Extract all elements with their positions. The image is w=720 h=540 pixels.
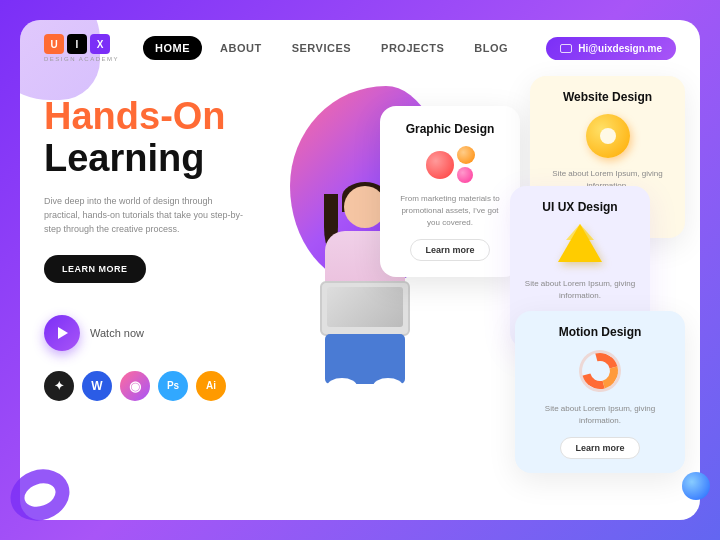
tool-figma: ✦ [44,371,74,401]
logo-subtitle: DESIGN ACADEMY [44,56,119,62]
play-triangle-icon [58,327,68,339]
email-label: Hi@uixdesign.me [578,43,662,54]
uiux-icon-area [524,224,636,268]
graphic-icon-area [396,146,504,183]
tool-photoshop: Ps [158,371,188,401]
watch-now-row: Watch now [44,315,284,351]
hero-description: Dive deep into the world of design throu… [44,194,244,237]
card-graphic-title: Graphic Design [396,122,504,136]
logo-letters: U I X [44,34,119,54]
nav-home[interactable]: HOME [143,36,202,60]
tool-icons-row: ✦ W ◉ Ps Ai [44,371,284,401]
ball-red [426,151,454,179]
main-card: U I X DESIGN ACADEMY HOME ABOUT SERVICES… [20,20,700,520]
logo-i: I [67,34,87,54]
card-website-title: Website Design [544,90,671,104]
hero-title-line1: Hands-On [44,96,284,138]
website-icon-area [544,114,671,158]
sneaker-left [327,378,357,392]
hero-title-line2: Learning [44,138,284,180]
blue-sphere-decoration [682,472,710,500]
card-motion-learn-btn[interactable]: Learn more [560,437,640,459]
donut-icon [586,114,630,158]
card-graphic-learn-btn[interactable]: Learn more [410,239,490,261]
nav-links: HOME ABOUT SERVICES PROJECTS BLOG [143,36,546,60]
card-motion-title: Motion Design [529,325,671,339]
hero-left: Hands-On Learning Dive deep into the wor… [44,76,284,456]
watch-label: Watch now [90,327,144,339]
card-uiux-title: UI UX Design [524,200,636,214]
tool-gradient: ◉ [120,371,150,401]
learn-more-button[interactable]: LEARN MORE [44,255,146,283]
nav-services[interactable]: SERVICES [280,36,363,60]
nav-about[interactable]: ABOUT [208,36,274,60]
tool-word: W [82,371,112,401]
email-button[interactable]: Hi@uixdesign.me [546,37,676,60]
crystal-shape [558,224,602,262]
nav-blog[interactable]: BLOG [462,36,520,60]
spring-icon [578,349,622,393]
card-graphic-desc: From marketing materials to promotional … [396,193,504,229]
hero-section: Hands-On Learning Dive deep into the wor… [20,76,700,456]
ball-pink [457,167,473,183]
logo-x: X [90,34,110,54]
logo: U I X DESIGN ACADEMY [44,34,119,62]
card-motion-desc: Site about Lorem Ipsum, giving informati… [529,403,671,427]
motion-icon-area [529,349,671,393]
email-icon [560,44,572,53]
ball-orange [457,146,475,164]
tool-illustrator: Ai [196,371,226,401]
spring-coil [575,346,624,395]
card-motion-design: Motion Design Site about Lorem Ipsum, gi… [515,311,685,473]
crystal-icon [558,224,602,268]
logo-u: U [44,34,64,54]
cards-area: Graphic Design From marketing materials … [360,76,700,456]
graphic-balls-icon [426,146,475,183]
play-button[interactable] [44,315,80,351]
card-uiux-desc: Site about Lorem Ipsum, giving informati… [524,278,636,302]
navbar: U I X DESIGN ACADEMY HOME ABOUT SERVICES… [20,20,700,76]
nav-projects[interactable]: PROJECTS [369,36,456,60]
card-graphic-design: Graphic Design From marketing materials … [380,106,520,277]
